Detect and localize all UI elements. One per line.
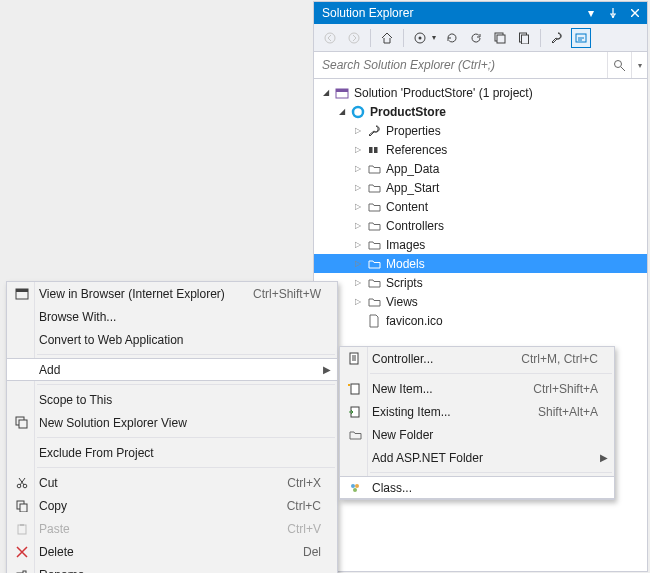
tree-label: Views <box>386 295 418 309</box>
svg-rect-16 <box>16 289 28 292</box>
svg-rect-14 <box>374 147 378 153</box>
menu-shortcut: Ctrl+X <box>287 476 321 490</box>
menu-separator <box>37 437 335 438</box>
submenu-new-item[interactable]: New Item... Ctrl+Shift+A <box>340 377 614 400</box>
tree-label: Properties <box>386 124 441 138</box>
browser-icon <box>13 285 31 303</box>
tree-label: References <box>386 143 447 157</box>
menu-label: Rename <box>39 568 321 574</box>
new-view-icon <box>13 414 31 432</box>
menu-shortcut: Ctrl+V <box>287 522 321 536</box>
svg-rect-7 <box>522 35 529 44</box>
svg-rect-5 <box>497 35 505 43</box>
existing-item-icon <box>346 403 364 421</box>
references-icon <box>366 142 382 158</box>
project-icon <box>350 104 366 120</box>
tree-label: Scripts <box>386 276 423 290</box>
window-dropdown-icon[interactable]: ▾ <box>583 5 599 21</box>
svg-rect-23 <box>18 525 26 534</box>
submenu-new-folder[interactable]: New Folder <box>340 423 614 446</box>
submenu-arrow-icon: ▶ <box>323 364 331 375</box>
menu-label: Paste <box>39 522 287 536</box>
submenu-existing-item[interactable]: Existing Item... Shift+Alt+A <box>340 400 614 423</box>
menu-label: Convert to Web Application <box>39 333 321 347</box>
menu-label: Copy <box>39 499 287 513</box>
menu-shortcut: Del <box>303 545 321 559</box>
menu-add[interactable]: Add ▶ <box>7 358 337 381</box>
menu-delete[interactable]: Delete Del <box>7 540 337 563</box>
menu-exclude-from-project[interactable]: Exclude From Project <box>7 441 337 464</box>
tree-file-favicon-node[interactable]: favicon.ico <box>314 311 647 330</box>
forward-icon[interactable] <box>344 28 364 48</box>
tree-project-node[interactable]: ProductStore <box>314 102 647 121</box>
menu-separator <box>370 373 612 374</box>
sync-icon[interactable] <box>442 28 462 48</box>
submenu-class[interactable]: Class... <box>340 476 614 499</box>
close-icon[interactable] <box>627 5 643 21</box>
search-input[interactable] <box>314 53 607 77</box>
tree-folder-node[interactable]: Scripts <box>314 273 647 292</box>
menu-view-in-browser[interactable]: View in Browser (Internet Explorer) Ctrl… <box>7 282 337 305</box>
tree-solution-node[interactable]: Solution 'ProductStore' (1 project) <box>314 83 647 102</box>
svg-rect-13 <box>369 147 373 153</box>
search-icon[interactable] <box>607 52 631 78</box>
tree-folder-node[interactable]: Images <box>314 235 647 254</box>
tree-folder-node[interactable]: Views <box>314 292 647 311</box>
class-icon <box>346 479 364 497</box>
menu-label: Cut <box>39 476 287 490</box>
paste-icon <box>13 520 31 538</box>
submenu-add-aspnet-folder[interactable]: Add ASP.NET Folder ▶ <box>340 446 614 469</box>
tree-folder-node[interactable]: Content <box>314 197 647 216</box>
properties-icon[interactable] <box>547 28 567 48</box>
folder-icon <box>366 161 382 177</box>
show-all-files-icon[interactable] <box>514 28 534 48</box>
menu-label: Class... <box>372 481 598 495</box>
menu-label: Scope to This <box>39 393 321 407</box>
menu-rename[interactable]: Rename <box>7 563 337 573</box>
folder-icon <box>366 199 382 215</box>
new-item-icon <box>346 380 364 398</box>
submenu-controller[interactable]: Controller... Ctrl+M, Ctrl+C <box>340 347 614 370</box>
menu-new-solution-explorer-view[interactable]: New Solution Explorer View <box>7 411 337 434</box>
menu-separator <box>37 354 335 355</box>
pending-changes-icon[interactable] <box>410 28 430 48</box>
folder-icon <box>366 256 382 272</box>
menu-cut[interactable]: Cut Ctrl+X <box>7 471 337 494</box>
svg-point-0 <box>325 33 335 43</box>
refresh-icon[interactable] <box>466 28 486 48</box>
dropdown-caret-icon[interactable]: ▾ <box>432 33 438 42</box>
tree-properties-node[interactable]: Properties <box>314 121 647 140</box>
menu-copy[interactable]: Copy Ctrl+C <box>7 494 337 517</box>
tree-label: Models <box>386 257 425 271</box>
svg-rect-11 <box>336 89 348 92</box>
collapse-all-icon[interactable] <box>490 28 510 48</box>
cut-icon <box>13 474 31 492</box>
tree-folder-node[interactable]: App_Start <box>314 178 647 197</box>
svg-point-30 <box>351 484 355 488</box>
menu-scope-to-this[interactable]: Scope to This <box>7 388 337 411</box>
tree-folder-node[interactable]: Controllers <box>314 216 647 235</box>
home-icon[interactable] <box>377 28 397 48</box>
tree-label: Images <box>386 238 425 252</box>
back-icon[interactable] <box>320 28 340 48</box>
tree-references-node[interactable]: References <box>314 140 647 159</box>
preview-selected-icon[interactable] <box>571 28 591 48</box>
menu-label: Delete <box>39 545 303 559</box>
folder-icon <box>366 294 382 310</box>
svg-point-1 <box>349 33 359 43</box>
menu-browse-with[interactable]: Browse With... <box>7 305 337 328</box>
menu-label: View in Browser (Internet Explorer) <box>39 287 253 301</box>
tree-folder-node[interactable]: App_Data <box>314 159 647 178</box>
add-submenu: Controller... Ctrl+M, Ctrl+C New Item...… <box>339 346 615 500</box>
menu-convert-web-app[interactable]: Convert to Web Application <box>7 328 337 351</box>
search-dropdown-icon[interactable]: ▾ <box>631 52 647 78</box>
tree-folder-models-node[interactable]: Models <box>314 254 647 273</box>
controller-icon <box>346 350 364 368</box>
menu-label: Existing Item... <box>372 405 538 419</box>
menu-label: New Solution Explorer View <box>39 416 321 430</box>
menu-shortcut: Ctrl+C <box>287 499 321 513</box>
tree-label: Controllers <box>386 219 444 233</box>
menu-label: Browse With... <box>39 310 321 324</box>
pin-icon[interactable] <box>605 5 621 21</box>
svg-rect-28 <box>351 384 359 394</box>
